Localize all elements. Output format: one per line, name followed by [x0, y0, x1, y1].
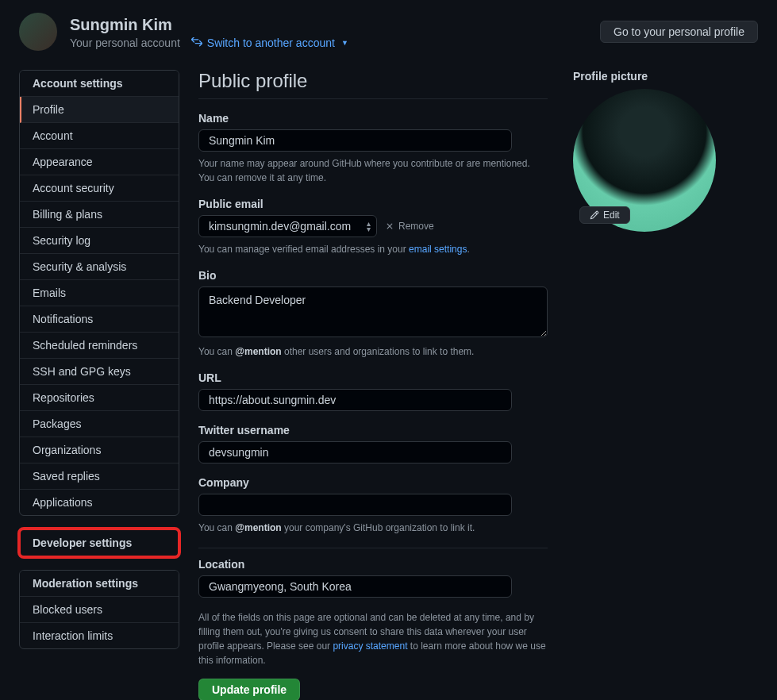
- go-to-profile-button[interactable]: Go to your personal profile: [600, 21, 758, 43]
- profile-picture-label: Profile picture: [573, 70, 732, 83]
- switch-account-link[interactable]: Switch to another account ▼: [191, 37, 348, 49]
- developer-settings-highlight: Developer settings: [19, 529, 179, 557]
- pencil-icon: [590, 210, 599, 220]
- sidebar-item-saved-replies[interactable]: Saved replies: [20, 463, 179, 490]
- page-title: Public profile: [198, 70, 548, 99]
- company-label: Company: [198, 476, 548, 489]
- sidebar-item-developer-settings[interactable]: Developer settings: [20, 529, 179, 556]
- email-settings-link[interactable]: email settings: [409, 244, 467, 255]
- username: Sungmin Kim: [70, 15, 348, 35]
- sidebar-item-appearance[interactable]: Appearance: [20, 149, 179, 175]
- bio-hint: You can @mention other users and organiz…: [198, 344, 548, 359]
- url-label: URL: [198, 371, 548, 384]
- update-profile-button[interactable]: Update profile: [198, 679, 300, 700]
- location-label: Location: [198, 558, 548, 571]
- sidebar-item-packages[interactable]: Packages: [20, 411, 179, 437]
- avatar[interactable]: [19, 13, 57, 51]
- sidebar-item-blocked-users[interactable]: Blocked users: [20, 597, 179, 623]
- sidebar-item-emails[interactable]: Emails: [20, 280, 179, 306]
- sidebar-item-scheduled-reminders[interactable]: Scheduled reminders: [20, 333, 179, 359]
- sidebar-header-moderation: Moderation settings: [20, 571, 179, 597]
- twitter-input[interactable]: [198, 441, 512, 463]
- location-input[interactable]: [198, 575, 512, 598]
- twitter-label: Twitter username: [198, 424, 548, 437]
- name-input[interactable]: [198, 129, 512, 152]
- sidebar-item-account[interactable]: Account: [20, 123, 179, 149]
- privacy-link[interactable]: privacy statement: [333, 640, 407, 652]
- name-hint: Your name may appear around GitHub where…: [198, 156, 548, 185]
- sidebar-item-security-log[interactable]: Security log: [20, 228, 179, 254]
- url-input[interactable]: [198, 389, 512, 411]
- disclaimer: All of the fields on this page are optio…: [198, 610, 548, 667]
- account-type-label: Your personal account: [70, 37, 180, 49]
- name-label: Name: [198, 112, 548, 125]
- sidebar-item-billing[interactable]: Billing & plans: [20, 202, 179, 228]
- sidebar-item-applications[interactable]: Applications: [20, 490, 179, 515]
- sidebar-item-interaction-limits[interactable]: Interaction limits: [20, 623, 179, 648]
- switch-icon: [191, 37, 202, 48]
- edit-picture-button[interactable]: Edit: [579, 206, 630, 224]
- company-hint: You can @mention your company's GitHub o…: [198, 521, 548, 535]
- email-select[interactable]: kimsungmin.dev@gmail.com: [198, 215, 377, 237]
- divider: [198, 548, 548, 548]
- sidebar-item-security-analysis[interactable]: Security & analysis: [20, 254, 179, 280]
- sidebar-item-ssh-gpg[interactable]: SSH and GPG keys: [20, 359, 179, 385]
- remove-email-button[interactable]: Remove: [385, 221, 434, 232]
- sidebar-item-notifications[interactable]: Notifications: [20, 306, 179, 333]
- chevron-down-icon: ▼: [341, 39, 348, 47]
- page-header: Sungmin Kim Your personal account Switch…: [19, 13, 758, 51]
- sidebar-item-profile[interactable]: Profile: [20, 97, 179, 123]
- sidebar-item-account-security[interactable]: Account security: [20, 175, 179, 202]
- sidebar-item-organizations[interactable]: Organizations: [20, 437, 179, 463]
- sidebar-item-repositories[interactable]: Repositories: [20, 385, 179, 411]
- email-label: Public email: [198, 198, 548, 210]
- email-hint: You can manage verified email addresses …: [198, 242, 548, 256]
- sidebar: Account settings Profile Account Appeara…: [19, 70, 179, 700]
- bio-textarea[interactable]: Backend Developer: [198, 287, 548, 337]
- x-icon: [385, 221, 394, 231]
- company-input[interactable]: [198, 494, 512, 516]
- bio-label: Bio: [198, 269, 548, 282]
- sidebar-header-account: Account settings: [20, 71, 179, 97]
